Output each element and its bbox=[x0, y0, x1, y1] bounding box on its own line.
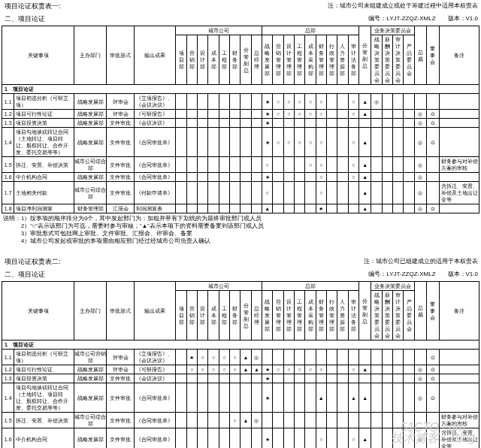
cell bbox=[337, 119, 348, 128]
row-dept: 战略发展部 bbox=[74, 383, 107, 413]
cell bbox=[176, 119, 186, 128]
row-key: 项目净利润测算 bbox=[14, 204, 74, 213]
cell-biz bbox=[404, 350, 414, 365]
col-biz-1: 薪酬决策委员会 bbox=[382, 291, 392, 341]
row-mode: 汇报会 bbox=[107, 204, 135, 213]
col-key: 关键事项 bbox=[2, 282, 74, 341]
col-sub-13: 财务管理部 bbox=[316, 291, 326, 341]
row-out: 《合同审批单》 bbox=[135, 128, 176, 157]
cell: ○ bbox=[348, 94, 358, 110]
cell: ○ bbox=[283, 110, 294, 119]
cell: ○ bbox=[316, 173, 326, 182]
cell bbox=[208, 413, 219, 428]
cell: ○ bbox=[283, 94, 294, 110]
cell-biz bbox=[393, 374, 404, 383]
cell bbox=[240, 157, 251, 173]
row-no: 1.3 bbox=[2, 374, 14, 383]
cell bbox=[305, 374, 316, 383]
sheet-header-2: 二、项目论证 编号：LYJT-ZZQZ-XMLZ 版本：V1.0 bbox=[0, 268, 481, 281]
cell-zcw: ◎ bbox=[414, 119, 426, 128]
cell bbox=[337, 374, 348, 383]
cell-dsh bbox=[427, 173, 439, 182]
cell-fgfz: ▲ bbox=[359, 428, 371, 449]
cell bbox=[208, 94, 219, 110]
table-row: 1.4 项目勾地谈或转让合同（土地转让、项目转让、股权转让、合作开发、委托交易等… bbox=[2, 383, 479, 413]
cell-biz bbox=[382, 119, 392, 128]
cell-dsh: ⊙ bbox=[427, 119, 439, 128]
cell bbox=[176, 94, 186, 110]
cell bbox=[198, 128, 208, 157]
cell: ○ bbox=[208, 350, 219, 365]
table-row: 1.8 项目净利润测算 财务管理部 汇报会 利润测算表▲★▲◎ ⊙ bbox=[2, 204, 479, 213]
row-out: 《合同审批单》 bbox=[135, 428, 176, 449]
cell bbox=[305, 413, 316, 428]
cell bbox=[305, 204, 316, 213]
row-dept: 战略发展部 bbox=[74, 119, 107, 128]
cell bbox=[230, 173, 240, 182]
col-mode: 审批形式 bbox=[107, 26, 135, 85]
cell bbox=[219, 110, 229, 119]
row-out: 《合同审批单》 bbox=[135, 173, 176, 182]
cell bbox=[240, 204, 251, 213]
row-key: 中介机构合同 bbox=[14, 428, 74, 449]
cell bbox=[295, 173, 305, 182]
cell-biz bbox=[371, 182, 382, 204]
col-biz-3: 产品委员会 bbox=[404, 35, 414, 85]
col-sub-11: 工程管理部 bbox=[295, 35, 305, 85]
cell-biz bbox=[371, 204, 382, 213]
cell bbox=[327, 413, 337, 428]
table-row: 1.5 拆迁、安置、补偿决策 城市公司综合部 文件审批 《合同审批单》○○○○▲… bbox=[2, 157, 479, 173]
cell-dsh: ⊙ bbox=[427, 383, 439, 413]
row-dept: 战略发展部 bbox=[74, 128, 107, 157]
row-key: 项目投资决策 bbox=[14, 119, 74, 128]
row-dept: 财务管理部 bbox=[74, 204, 107, 213]
cell-dsh: ⊙ bbox=[427, 128, 439, 157]
col-sub-1: 营销部 bbox=[186, 291, 197, 341]
col-sub-7: 总经理 bbox=[251, 35, 262, 85]
code: 编号：LYJT-ZZQZ-XMLZ bbox=[368, 15, 435, 22]
row-out: 《合同审批单》 bbox=[135, 383, 176, 413]
cell bbox=[230, 128, 240, 157]
cell bbox=[251, 157, 262, 173]
cell bbox=[295, 374, 305, 383]
cell bbox=[219, 428, 229, 449]
note-line: 2）"○"表示该部门为可选，需要时参与审核；"▲"表示本项下的资料需要备案到该部… bbox=[3, 222, 478, 230]
col-sub-8: 战略发展部 bbox=[262, 291, 273, 341]
cell: ○ bbox=[305, 94, 316, 110]
row-key: 拆迁、安置、补偿决策 bbox=[14, 157, 74, 173]
cell bbox=[230, 428, 240, 449]
cell: ○ bbox=[316, 110, 326, 119]
cell bbox=[208, 374, 219, 383]
cell-fgfz bbox=[359, 350, 371, 365]
cell bbox=[251, 383, 262, 413]
cell: ○ bbox=[262, 157, 273, 173]
col-sub-6: 分管副总 bbox=[240, 291, 251, 341]
col-sub-2: 设计部 bbox=[198, 35, 208, 85]
cell bbox=[337, 94, 348, 110]
col-fgfz: 分管副总 bbox=[359, 26, 371, 85]
col-sub-10: 设计管理部 bbox=[283, 35, 294, 85]
cell bbox=[176, 350, 186, 365]
cell bbox=[176, 428, 186, 449]
cell-biz bbox=[404, 157, 414, 173]
cell: ○ bbox=[262, 182, 273, 204]
row-dept: 城市公司营销部 bbox=[74, 350, 107, 365]
note-line: 说明：1）按事项的顺序排分为0个，其中发起部门为：加粗并带有下划线的为最终审批部… bbox=[3, 215, 478, 222]
cell bbox=[219, 119, 229, 128]
cell: ○ bbox=[230, 350, 240, 365]
cell bbox=[176, 413, 186, 428]
col-sub-15: 人力资源部 bbox=[337, 35, 348, 85]
cell bbox=[337, 157, 348, 173]
cell: ★ bbox=[262, 119, 273, 128]
cell-biz bbox=[393, 94, 404, 110]
section-row: 1 项目论证 bbox=[2, 85, 479, 94]
cell bbox=[283, 350, 294, 365]
col-sub-16: 审计法务部 bbox=[348, 291, 358, 341]
cell bbox=[337, 350, 348, 365]
cell bbox=[176, 157, 186, 173]
row-dept: 战略发展部 bbox=[74, 173, 107, 182]
row-no: 1.3 bbox=[2, 119, 14, 128]
row-no: 1.4 bbox=[2, 128, 14, 157]
col-group-hq: 总部 bbox=[262, 282, 359, 291]
cell bbox=[219, 94, 229, 110]
